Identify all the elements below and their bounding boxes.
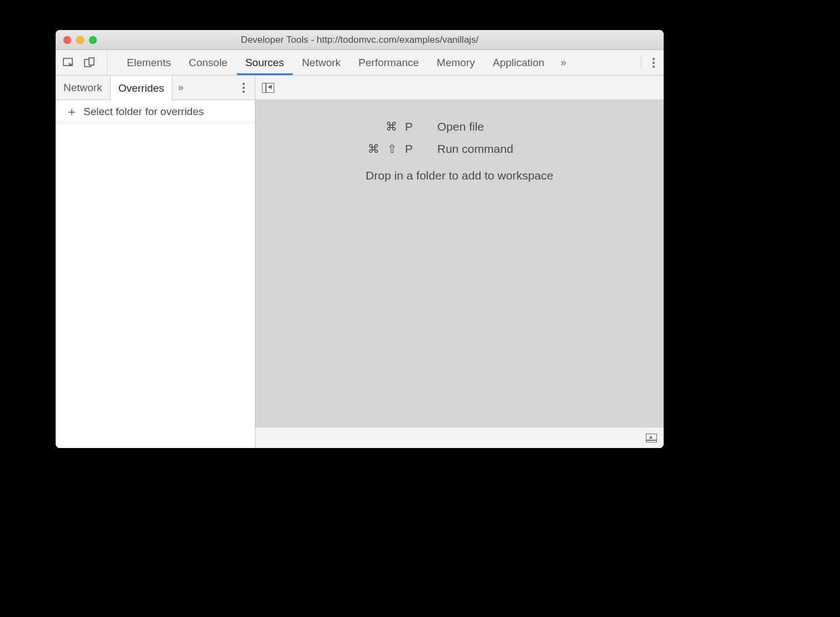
toolbar-left (61, 50, 107, 75)
sidebar-tabs-overflow-icon[interactable]: » (172, 82, 189, 93)
toolbar-right (633, 50, 658, 75)
editor-footer (255, 427, 664, 448)
hint-open-file: ⌘ P Open file (326, 120, 593, 133)
minimize-window-button[interactable] (76, 36, 84, 44)
sidebar-tab-overrides[interactable]: Overrides (111, 76, 172, 101)
sidebar-tab-network[interactable]: Network (56, 76, 111, 99)
tab-application[interactable]: Application (485, 50, 553, 75)
shortcut-open-file: ⌘ P (326, 120, 437, 133)
divider (641, 56, 641, 69)
sidebar-menu-icon[interactable] (239, 79, 248, 96)
editor-area: ⌘ P Open file ⌘ ⇧ P Run command Drop in … (255, 76, 664, 448)
devtools-window: Developer Tools - http://todomvc.com/exa… (56, 30, 664, 448)
titlebar: Developer Tools - http://todomvc.com/exa… (56, 30, 664, 50)
tab-elements[interactable]: Elements (118, 50, 179, 75)
inspect-element-icon[interactable] (61, 56, 76, 70)
tab-sources[interactable]: Sources (237, 50, 293, 75)
window-title: Developer Tools - http://todomvc.com/exa… (56, 34, 664, 46)
traffic-lights (56, 36, 97, 44)
tabs-overflow-icon[interactable]: » (557, 57, 570, 68)
main-tabs: Elements Console Sources Network Perform… (118, 50, 570, 75)
hint-run-command: ⌘ ⇧ P Run command (326, 142, 593, 156)
tab-memory[interactable]: Memory (428, 50, 483, 75)
sidebar-tabs: Network Overrides » (56, 76, 255, 100)
select-folder-label: Select folder for overrides (83, 106, 204, 118)
tab-performance[interactable]: Performance (350, 50, 427, 75)
device-toolbar-icon[interactable] (82, 56, 97, 70)
collapse-sidebar-icon[interactable] (262, 83, 274, 93)
close-window-button[interactable] (63, 36, 71, 44)
tab-console[interactable]: Console (180, 50, 236, 75)
shortcut-run-command: ⌘ ⇧ P (326, 142, 437, 156)
plus-icon: ＋ (66, 106, 78, 118)
main-toolbar: Elements Console Sources Network Perform… (56, 50, 664, 76)
editor-toolbar (255, 76, 664, 100)
settings-menu-icon[interactable] (649, 54, 658, 71)
hints: ⌘ P Open file ⌘ ⇧ P Run command Drop in … (255, 100, 664, 182)
tab-network[interactable]: Network (294, 50, 349, 75)
drop-folder-hint: Drop in a folder to add to workspace (365, 169, 553, 182)
editor-empty-state: ⌘ P Open file ⌘ ⇧ P Run command Drop in … (255, 100, 664, 427)
hint-open-file-label: Open file (437, 120, 484, 133)
sources-sidebar: Network Overrides » ＋ Select folder for … (56, 76, 255, 448)
panel-body: Network Overrides » ＋ Select folder for … (56, 76, 664, 448)
svg-rect-2 (89, 58, 94, 65)
maximize-window-button[interactable] (89, 36, 97, 44)
show-drawer-icon[interactable] (646, 434, 657, 442)
select-folder-for-overrides-button[interactable]: ＋ Select folder for overrides (56, 100, 255, 123)
hint-run-command-label: Run command (437, 142, 513, 156)
